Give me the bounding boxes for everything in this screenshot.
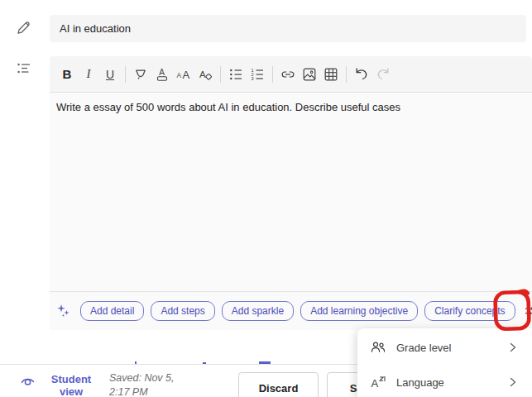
font-color-button[interactable]: A [151, 63, 173, 86]
suggestion-chip-add-sparkle[interactable]: Add sparkle [222, 301, 294, 321]
bold-button[interactable]: B [56, 63, 78, 86]
ai-options-dropdown: Grade level A Language [357, 328, 532, 397]
details-list-icon [16, 60, 32, 77]
bullet-list-button[interactable] [225, 63, 247, 86]
redo-button[interactable] [372, 63, 394, 86]
redo-icon [375, 66, 391, 83]
chevron-right-icon [507, 376, 519, 388]
filters-icon [522, 302, 532, 320]
student-view-link[interactable]: Student view [47, 373, 95, 397]
menu-item-label: Grade level [396, 342, 497, 354]
saved-status-line1: Saved: Nov 5, [109, 371, 175, 385]
image-icon [301, 66, 318, 83]
clear-formatting-icon: A [197, 66, 214, 83]
italic-icon: I [87, 68, 91, 80]
bold-icon: B [63, 68, 72, 80]
ai-suggestions-row: Add detail Add steps Add sparkle Add lea… [50, 291, 532, 330]
svg-text:A: A [183, 68, 190, 80]
toolbar-divider [272, 66, 273, 83]
obscured-element-fragment [259, 361, 271, 364]
menu-item-grade-level[interactable]: Grade level [357, 330, 532, 365]
obscured-element-fragment [135, 361, 137, 364]
obscured-element-fragment [203, 362, 206, 364]
menu-item-label: Language [396, 376, 497, 389]
toolbar-divider [346, 66, 347, 83]
suggestion-chip-add-steps[interactable]: Add steps [151, 301, 214, 321]
image-button[interactable] [299, 63, 320, 86]
filters-button[interactable] [522, 300, 532, 322]
suggestion-chip-add-detail[interactable]: Add detail [80, 301, 144, 321]
suggestion-chip-add-learning-objective[interactable]: Add learning objective [300, 301, 418, 321]
editor-toolbar: B I U A A [50, 56, 532, 93]
numbered-list-icon: 1 2 3 [249, 66, 266, 83]
highlight-button[interactable] [130, 63, 151, 86]
chevron-right-icon [507, 342, 519, 353]
ai-sparkle-icon [55, 303, 72, 319]
numbered-list-button[interactable]: 1 2 3 [247, 63, 268, 86]
highlighter-icon [132, 66, 149, 83]
table-button[interactable] [320, 63, 342, 86]
clear-formatting-button[interactable]: A [194, 63, 216, 86]
link-icon [280, 66, 296, 83]
svg-text:3: 3 [252, 76, 254, 81]
eye-icon [20, 373, 36, 389]
font-size-icon: A A [175, 66, 193, 83]
svg-text:A: A [371, 377, 379, 390]
svg-text:A: A [199, 69, 206, 79]
menu-item-language[interactable]: A Language [357, 365, 532, 397]
toolbar-divider [220, 66, 221, 83]
underline-icon: U [106, 69, 114, 80]
table-icon [323, 66, 339, 83]
title-input[interactable] [50, 15, 526, 42]
translate-icon: A [370, 374, 386, 390]
undo-button[interactable] [351, 63, 372, 86]
saved-status: Saved: Nov 5, 2:17 PM [109, 371, 175, 397]
underline-button[interactable]: U [99, 63, 121, 86]
font-color-icon: A [154, 66, 170, 83]
font-size-button[interactable]: A A [173, 63, 194, 86]
pencil-icon [16, 20, 32, 36]
bullet-list-icon [228, 66, 244, 83]
editor-content[interactable]: Write a essay of 500 words about AI in e… [50, 93, 532, 291]
saved-status-line2: 2:17 PM [109, 385, 175, 397]
discard-button[interactable]: Discard [238, 372, 319, 397]
toolbar-divider [125, 66, 126, 83]
undo-icon [353, 66, 370, 83]
suggestion-chip-clarify-concepts[interactable]: Clarify concepts [424, 301, 515, 321]
italic-button[interactable]: I [78, 63, 99, 86]
link-button[interactable] [277, 63, 299, 86]
people-icon [370, 339, 386, 356]
assignment-editor-page: B I U A A [0, 0, 532, 397]
svg-text:A: A [177, 71, 182, 79]
svg-text:A: A [159, 68, 165, 77]
rich-text-editor: B I U A A [50, 56, 532, 331]
